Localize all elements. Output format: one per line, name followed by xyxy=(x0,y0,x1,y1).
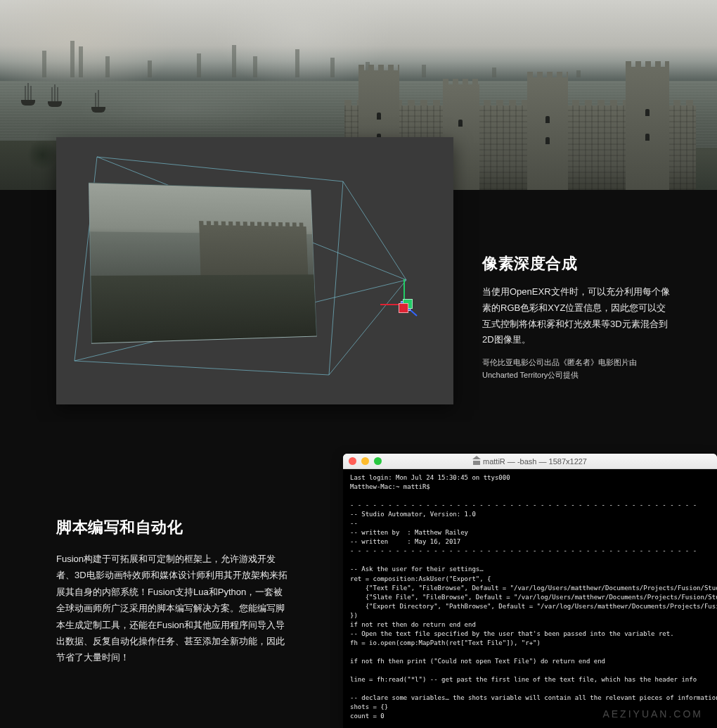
axis-gizmo-icon xyxy=(375,275,420,320)
deep-pixel-3d-panel xyxy=(56,137,453,404)
svg-line-5 xyxy=(343,181,406,280)
watermark: AEZIYUAN.COM xyxy=(602,708,703,720)
ship xyxy=(48,84,62,107)
svg-line-3 xyxy=(329,181,343,375)
home-icon xyxy=(473,458,480,465)
scripting-title: 脚本编写和自动化 xyxy=(56,517,288,538)
scripting-body: Fusion构建于可拓展和可定制的框架上，允许游戏开发者、3D电影动画特效师和媒… xyxy=(56,551,288,666)
terminal-title: mattiR — -bash — 1587x1227 xyxy=(343,457,717,466)
pixel-depth-section: 像素深度合成 当使用OpenEXR文件时，可以充分利用每个像素的RGB色彩和XY… xyxy=(482,253,672,390)
ship xyxy=(91,90,105,113)
image-credit: 哥伦比亚电影公司出品《匿名者》电影图片由Uncharted Territory公… xyxy=(482,357,672,381)
terminal-title-text: mattiR — -bash — 1587x1227 xyxy=(483,457,587,466)
svg-line-2 xyxy=(75,361,329,375)
terminal-window: mattiR — -bash — 1587x1227 Last login: M… xyxy=(343,454,717,728)
pixel-depth-body: 当使用OpenEXR文件时，可以充分利用每个像素的RGB色彩和XYZ位置信息，因… xyxy=(482,284,672,348)
projected-image-plate xyxy=(89,182,317,343)
svg-line-0 xyxy=(97,157,343,181)
scripting-section: 脚本编写和自动化 Fusion构建于可拓展和可定制的框架上，允许游戏开发者、3D… xyxy=(0,422,717,728)
terminal-body[interactable]: Last login: Mon Jul 24 15:30:45 on ttys0… xyxy=(343,469,717,728)
pixel-depth-title: 像素深度合成 xyxy=(482,253,672,274)
terminal-titlebar: mattiR — -bash — 1587x1227 xyxy=(343,454,717,469)
ship xyxy=(21,83,35,106)
